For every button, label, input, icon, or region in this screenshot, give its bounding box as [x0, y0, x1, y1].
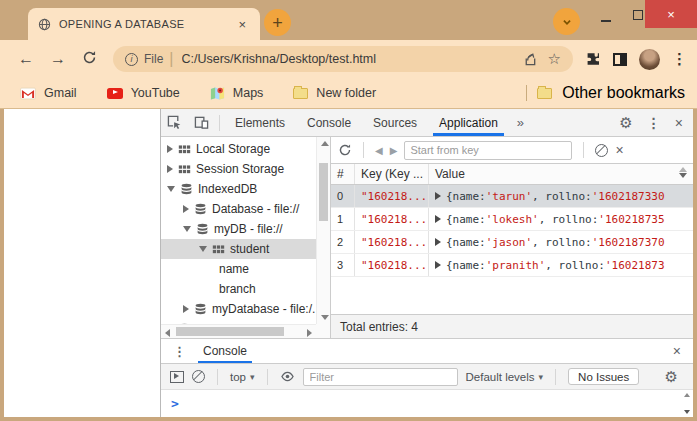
column-header-index[interactable]: # [331, 164, 355, 184]
tab-application[interactable]: Application [428, 109, 509, 136]
tree-item-branch[interactable]: branch [161, 279, 316, 299]
tab-close-icon[interactable]: × [234, 16, 250, 33]
share-icon [522, 52, 538, 67]
prompt-scrollbar[interactable] [684, 393, 690, 414]
datagrid-row-1[interactable]: 1"160218...{name: 'lokesh', rollno: '160… [331, 208, 693, 231]
tree-item-session-storage[interactable]: Session Storage [161, 159, 316, 179]
chevron-right-icon[interactable] [183, 305, 189, 313]
chevron-down-icon[interactable] [199, 246, 207, 252]
drawer-tab-console[interactable]: Console [196, 339, 254, 363]
scrollbar-thumb[interactable] [319, 163, 328, 221]
tab-sources[interactable]: Sources [362, 109, 428, 136]
expand-triangle-icon[interactable] [435, 261, 441, 269]
tree-item-mydb-file[interactable]: myDB - file:// [161, 219, 316, 239]
page-content [4, 109, 160, 417]
no-issues-button[interactable]: No Issues [568, 368, 639, 385]
tree-item-mydatabase-file[interactable]: myDatabase - file:/. [161, 299, 316, 319]
scroll-spinner-icon[interactable] [679, 167, 687, 178]
tree-item-student[interactable]: student [161, 239, 316, 259]
eye-icon[interactable] [280, 369, 295, 384]
url-text[interactable]: C:/Users/Krishna/Desktop/test.html [182, 52, 512, 66]
drawer-close-icon[interactable]: × [661, 343, 693, 359]
scrollbar-thumb[interactable] [176, 327, 284, 336]
bookmark-star-icon[interactable]: ☆ [548, 50, 561, 68]
chevron-down-icon[interactable] [167, 186, 175, 192]
reload-button[interactable] [74, 50, 105, 69]
minimize-button[interactable] [596, 6, 616, 22]
console-filter-input[interactable] [303, 368, 458, 386]
start-from-key-input[interactable] [404, 141, 572, 160]
browser-menu-icon[interactable]: ⋮ [672, 50, 687, 68]
chevron-right-icon[interactable] [167, 165, 173, 173]
forward-button[interactable]: → [42, 50, 74, 68]
tree-item-database-file[interactable]: Database - file:// [161, 199, 316, 219]
clear-console-icon[interactable] [192, 370, 205, 383]
tree-item-local-storage[interactable]: Local Storage [161, 139, 316, 159]
chevron-down-icon[interactable] [183, 226, 191, 232]
scroll-right-arrow[interactable] [307, 329, 312, 337]
console-settings-gear-icon[interactable]: ⚙ [659, 368, 684, 386]
extensions-puzzle-icon[interactable] [585, 51, 601, 67]
other-bookmarks[interactable]: Other bookmarks [526, 84, 685, 102]
refresh-button[interactable] [338, 143, 352, 157]
tab-console[interactable]: Console [296, 109, 362, 136]
bookmark-gmail[interactable]: Gmail [20, 86, 77, 100]
title-bar: OPENING A DATABASE × + × [0, 0, 697, 40]
datagrid-row-2[interactable]: 2"160218...{name: 'jason', rollno: '1602… [331, 231, 693, 254]
chevron-right-icon[interactable] [183, 205, 189, 213]
console-drawer-tabbar: ⋮ Console × [161, 339, 693, 364]
column-header-key[interactable]: Key (Key ... [355, 164, 429, 184]
tab-elements[interactable]: Elements [224, 109, 296, 136]
value-string: 'pranith' [486, 259, 546, 272]
datagrid-header: # Key (Key ... Value [331, 164, 693, 185]
bookmark-youtube[interactable]: YouTube [107, 86, 180, 100]
sidebar-vertical-scrollbar[interactable] [316, 137, 330, 324]
tree-item-indexeddb[interactable]: IndexedDB [161, 179, 316, 199]
context-selector[interactable]: top ▾ [230, 371, 255, 383]
side-panel-icon[interactable] [613, 53, 627, 66]
prev-page-button[interactable]: ◀ [375, 145, 383, 156]
datagrid-row-3[interactable]: 3"160218...{name: 'pranith', rollno: '16… [331, 254, 693, 277]
tree-item-name[interactable]: name [161, 259, 316, 279]
next-page-button[interactable]: ▶ [390, 145, 398, 156]
expand-triangle-icon[interactable] [435, 238, 441, 246]
clear-object-store-icon[interactable] [595, 144, 608, 157]
scroll-down-arrow[interactable] [321, 315, 329, 320]
toolbar-divider [217, 369, 218, 385]
datagrid-row-0[interactable]: 0"160218...{name: 'tarun', rollno: '1602… [331, 185, 693, 208]
value-string: '160218735 [598, 213, 664, 226]
drawer-menu-icon[interactable]: ⋮ [161, 344, 196, 359]
console-prompt[interactable]: > [161, 390, 693, 417]
bookmark-new-folder[interactable]: New folder [293, 86, 376, 100]
window-close-button[interactable]: × [645, 0, 697, 28]
browser-tab[interactable]: OPENING A DATABASE × [28, 8, 260, 40]
new-tab-button[interactable]: + [264, 9, 291, 36]
scroll-left-arrow[interactable] [165, 329, 170, 337]
column-header-value[interactable]: Value [429, 164, 693, 184]
sidebar-horizontal-scrollbar[interactable] [161, 324, 316, 338]
inspect-element-button[interactable] [161, 115, 188, 130]
device-toolbar-button[interactable] [188, 115, 215, 130]
profile-chevron-button[interactable] [553, 8, 580, 35]
bookmark-maps[interactable]: Maps [210, 86, 264, 101]
devtools-menu-icon[interactable]: ⋮ [641, 115, 667, 131]
profile-avatar[interactable] [639, 49, 660, 70]
toolbar-divider [267, 369, 268, 385]
share-button[interactable] [522, 52, 538, 67]
back-button[interactable]: ← [10, 50, 42, 68]
address-bar[interactable]: i File | C:/Users/Krishna/Desktop/test.h… [113, 46, 573, 72]
delete-selected-icon[interactable]: × [615, 142, 623, 158]
table-icon [212, 243, 225, 256]
levels-dropdown[interactable]: Default levels ▾ [466, 371, 544, 383]
expand-triangle-icon[interactable] [435, 192, 441, 200]
console-sidebar-toggle-icon[interactable] [170, 371, 184, 383]
bookmark-label: New folder [316, 86, 376, 100]
value-string: 'jason' [486, 236, 532, 249]
more-tabs-icon[interactable]: » [509, 115, 532, 130]
info-icon[interactable]: i [125, 53, 138, 66]
chevron-right-icon[interactable] [167, 145, 173, 153]
scroll-up-arrow[interactable] [321, 141, 329, 146]
settings-gear-icon[interactable]: ⚙ [613, 114, 638, 132]
expand-triangle-icon[interactable] [435, 215, 441, 223]
devtools-close-icon[interactable]: × [669, 115, 689, 131]
